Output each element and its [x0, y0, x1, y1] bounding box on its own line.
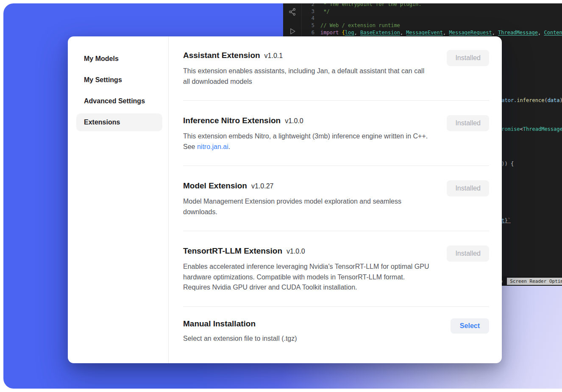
extension-version: v1.0.0	[287, 248, 305, 255]
line-number: 5	[302, 22, 314, 28]
screen: 2 * The entrypoint for the plugin.3 */45…	[0, 0, 562, 392]
extension-description: Enables accelerated inference leveraging…	[183, 262, 430, 293]
code-line: 3 */	[302, 8, 562, 15]
extension-version: v1.0.1	[264, 52, 283, 60]
settings-sidebar: My Models My Settings Advanced Settings …	[68, 36, 169, 363]
line-number: 3	[302, 8, 314, 14]
extension-title: Model Extension	[183, 180, 247, 191]
line-number: 6	[302, 30, 314, 36]
installed-button[interactable]: Installed	[447, 246, 489, 262]
code-line: 5// Web / extension runtime	[302, 22, 562, 29]
extensions-panel: Assistant Extension v1.0.1 This extensio…	[169, 36, 502, 363]
source-control-icon[interactable]	[287, 7, 298, 17]
code-line: 4	[302, 15, 562, 22]
extension-block-tensorrt: TensortRT-LLM Extension v1.0.0 Enables a…	[183, 231, 489, 307]
link-suffix: .	[228, 143, 230, 150]
code-fragment: rator.inference(data));	[498, 97, 562, 103]
nitro-jan-ai-link[interactable]: nitro.jan.ai	[197, 143, 228, 150]
run-debug-icon[interactable]	[287, 26, 298, 36]
screen-reader-optimized-badge[interactable]: Screen Reader Optimized	[507, 278, 562, 285]
installed-button[interactable]: Installed	[447, 180, 489, 196]
line-number: 4	[302, 15, 314, 21]
extension-description: This extension embeds Nitro, a lightweig…	[183, 131, 430, 152]
manual-installation-description: Select an extension file to install (.tg…	[183, 334, 297, 344]
extension-block-nitro: Inference Nitro Extension v1.0.0 This ex…	[183, 101, 489, 166]
extension-title: Assistant Extension	[183, 50, 260, 61]
installed-button[interactable]: Installed	[447, 50, 489, 66]
sidebar-item-my-models[interactable]: My Models	[76, 50, 162, 68]
extension-version: v1.0.0	[285, 117, 303, 125]
extension-block-assistant: Assistant Extension v1.0.1 This extensio…	[183, 50, 489, 101]
sidebar-item-my-settings[interactable]: My Settings	[76, 71, 162, 89]
extension-version: v1.0.27	[251, 182, 273, 190]
code-line: 2 * The entrypoint for the plugin.	[302, 3, 562, 8]
line-number: 2	[302, 3, 314, 7]
extension-title: Inference Nitro Extension	[183, 115, 281, 126]
select-file-button[interactable]: Select	[451, 318, 489, 334]
background-gradient-panel: 2 * The entrypoint for the plugin.3 */45…	[3, 3, 562, 389]
extension-title: TensortRT-LLM Extension	[183, 246, 282, 257]
manual-installation-block: Manual Installation Select an extension …	[183, 307, 489, 344]
settings-modal: My Models My Settings Advanced Settings …	[68, 36, 502, 363]
manual-installation-title: Manual Installation	[183, 318, 256, 329]
extension-description: This extension enables assistants, inclu…	[183, 66, 430, 87]
code-fragment: Promise<ThreadMessage>	[498, 126, 562, 132]
sidebar-item-advanced-settings[interactable]: Advanced Settings	[76, 92, 162, 110]
installed-button[interactable]: Installed	[447, 115, 489, 131]
code-line: 6import {log, BaseExtension, MessageEven…	[302, 29, 562, 36]
extension-block-model: Model Extension v1.0.27 Model Management…	[183, 166, 489, 231]
code-area: 2 * The entrypoint for the plugin.3 */45…	[302, 3, 562, 36]
sidebar-item-extensions[interactable]: Extensions	[76, 113, 162, 131]
extension-description: Model Management Extension provides mode…	[183, 196, 430, 217]
